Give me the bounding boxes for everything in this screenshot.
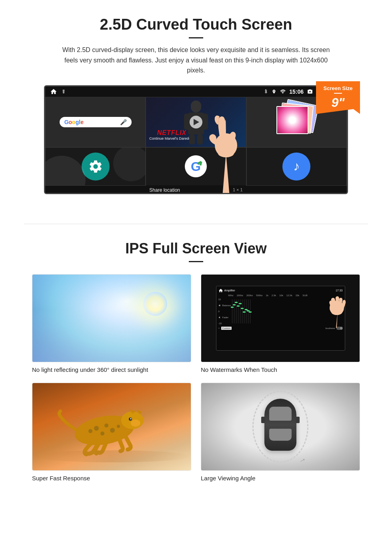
- device-wrapper: Screen Size 9": [44, 85, 348, 194]
- feature-car-image: →: [201, 383, 360, 471]
- svg-point-25: [88, 429, 92, 433]
- share-location-name: Share location: [149, 187, 180, 193]
- sound-search-circle: ♪: [282, 153, 310, 181]
- feature-fast-response-label: Super Fast Response: [32, 475, 191, 482]
- svg-point-19: [121, 411, 144, 429]
- mic-icon: 🎤: [120, 119, 127, 125]
- feature-cheetah-image: [32, 383, 191, 471]
- sunlight-visual: [32, 275, 191, 362]
- gear-icon: [88, 159, 103, 174]
- cheetah-icon: [40, 394, 168, 458]
- section1-underline: [189, 37, 203, 38]
- features-grid: No light reflecting under 360° direct su…: [24, 274, 368, 482]
- google-logo: Google: [64, 119, 84, 125]
- photo-stack: [276, 102, 316, 142]
- feature-fast-response: Super Fast Response: [32, 383, 191, 482]
- app-grid-row2: Settings shortcut 1 × 1 G: [45, 147, 347, 186]
- car-rear-window: [269, 429, 292, 441]
- feature-viewing-angle: → Large Viewing Angle: [201, 383, 360, 482]
- svg-point-20: [94, 426, 99, 431]
- svg-point-22: [100, 432, 104, 436]
- amplifier-visual: Amplifier 17:33 60hz100hz200hz500hz1k2.5…: [201, 275, 360, 362]
- car-visual: →: [201, 383, 360, 470]
- hand-pointing-icon: [186, 89, 266, 194]
- section2-underline: [189, 261, 203, 262]
- car-top-view: →: [260, 399, 300, 455]
- badge-size: 9": [322, 95, 354, 110]
- settings-label: Settings shortcut 1 × 1: [46, 185, 145, 186]
- feature-sunlight-image: [32, 274, 191, 362]
- car-windshield: [269, 407, 292, 421]
- section1-description: With 2.5D curved-display screen, this de…: [60, 45, 332, 76]
- app-cell-settings[interactable]: Settings shortcut 1 × 1: [45, 147, 146, 186]
- car-body: [264, 399, 296, 451]
- time-display: 15:06: [289, 88, 304, 95]
- wifi-icon: [280, 89, 286, 94]
- svg-point-26: [131, 420, 140, 427]
- touching-hand-icon: [325, 292, 349, 328]
- screen-size-badge: Screen Size 9": [316, 81, 360, 114]
- feature-sunlight-label: No light reflecting under 360° direct su…: [32, 366, 191, 373]
- svg-point-24: [117, 425, 120, 428]
- svg-point-28: [130, 418, 132, 419]
- cheetah-visual: [32, 383, 191, 470]
- feature-watermark: Amplifier 17:33 60hz100hz200hz500hz1k2.5…: [201, 274, 360, 373]
- section-ips-screen: IPS Full Screen View No light reflecting…: [0, 224, 392, 494]
- app-cell-google[interactable]: Google 🎤 Google 3 × 1: [45, 97, 146, 147]
- settings-cell-content: [46, 148, 145, 185]
- feature-watermark-label: No Watermarks When Touch: [201, 366, 360, 373]
- svg-point-0: [63, 92, 64, 93]
- section-curved-screen: 2.5D Curved Touch Screen With 2.5D curve…: [0, 0, 392, 208]
- status-left: [50, 88, 66, 95]
- photo-card-1: [276, 106, 308, 134]
- feature-sunlight: No light reflecting under 360° direct su…: [32, 274, 191, 373]
- badge-line: [334, 93, 342, 94]
- photo-flower: [277, 107, 308, 133]
- svg-point-21: [104, 424, 108, 428]
- section1-title: 2.5D Curved Touch Screen: [24, 16, 368, 33]
- google-cell-content: Google 🎤: [46, 97, 145, 147]
- svg-point-23: [110, 428, 115, 433]
- google-search-bar[interactable]: Google 🎤: [60, 117, 132, 127]
- share-location-content: G: [146, 148, 246, 185]
- feature-viewing-angle-label: Large Viewing Angle: [201, 475, 360, 482]
- device-screen: 15:06: [44, 85, 348, 194]
- camera-icon: [307, 89, 313, 94]
- section2-title: IPS Full Screen View: [24, 240, 368, 257]
- badge-title: Screen Size: [322, 85, 354, 91]
- usb-icon: [61, 88, 66, 95]
- home-icon: [50, 88, 57, 95]
- feature-watermark-image: Amplifier 17:33 60hz100hz200hz500hz1k2.5…: [201, 274, 360, 362]
- settings-icon-circle: [82, 153, 110, 181]
- music-note-icon: ♪: [293, 159, 300, 174]
- location-icon: [272, 88, 276, 95]
- app-cell-share-location[interactable]: G: [146, 147, 246, 186]
